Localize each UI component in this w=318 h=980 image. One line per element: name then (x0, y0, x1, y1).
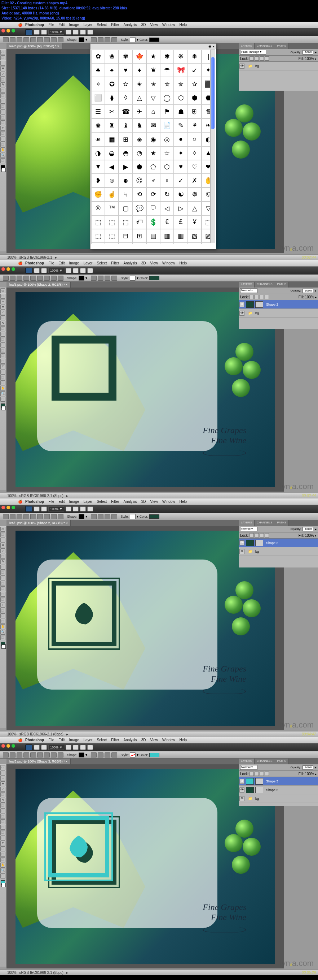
menu-photoshop[interactable]: Photoshop (25, 261, 44, 265)
tool-2[interactable]: ⊹ (0, 776, 5, 781)
zoom-level[interactable]: 100% ▼ (48, 30, 64, 35)
menu-3d[interactable]: 3D (141, 738, 146, 742)
tool-20[interactable]: ⬚ (0, 635, 5, 640)
shape-preset-70[interactable]: ✧ (188, 146, 201, 160)
lock-pixels-icon[interactable] (255, 295, 259, 299)
ps-icon[interactable] (25, 745, 32, 750)
optbar-tool-6[interactable] (44, 37, 50, 42)
background-swatch[interactable] (2, 406, 6, 410)
blend-mode-select[interactable]: Normal ▾ (240, 765, 258, 770)
document-tab[interactable]: leaf3.psd @ 100% (Shape 3, RGB/8) * × (6, 759, 71, 764)
shape-preset-45[interactable]: ♚ (91, 118, 105, 132)
shape-preset-85[interactable]: ♂ (146, 174, 160, 188)
tool-16[interactable]: ⬚ (0, 613, 5, 619)
tool-15[interactable]: ⬚ (0, 608, 5, 613)
shape-preset-99[interactable]: ® (91, 202, 105, 215)
pathop-icon[interactable] (104, 752, 110, 757)
tool-6[interactable]: ✎ (0, 321, 5, 326)
picker-scrollbar[interactable] (210, 49, 215, 243)
view-icon[interactable] (73, 506, 79, 511)
tool-0[interactable]: ▭ (0, 288, 5, 293)
shape-preset-92[interactable]: ☟ (119, 188, 132, 201)
optbar-tool-4[interactable] (30, 37, 36, 42)
shape-preset-115[interactable]: ¥ (188, 215, 201, 229)
lock-all-icon[interactable] (265, 295, 269, 299)
menu-file[interactable]: File (48, 500, 54, 504)
tool-6[interactable]: ✎ (0, 798, 5, 803)
tool-4[interactable]: ⟋ (0, 310, 5, 315)
layer-name[interactable]: bg (254, 797, 259, 800)
shape-preset-108[interactable]: ⬚ (91, 215, 105, 229)
menu-analysis[interactable]: Analysis (123, 500, 137, 504)
tool-13[interactable]: ⬚ (0, 835, 5, 840)
shape-preset-74[interactable]: ▶ (119, 160, 132, 174)
shape-preset-1[interactable]: ❀ (105, 49, 119, 63)
shape-preset-10[interactable]: ♠ (105, 63, 119, 77)
shape-preset-16[interactable]: ↙ (188, 63, 201, 77)
shape-preset-95[interactable]: ↻ (160, 188, 174, 201)
pathop-icon[interactable] (98, 752, 103, 757)
tool-19[interactable]: 🔍 (0, 153, 5, 158)
shape-preset-66[interactable]: ◔ (133, 146, 146, 160)
tool-16[interactable]: ⬚ (0, 375, 5, 380)
optbar-tool-6[interactable] (44, 752, 50, 757)
menu-select[interactable]: Select (97, 261, 107, 265)
shape-preset-12[interactable]: ♦ (133, 63, 146, 77)
panel-tab-channels[interactable]: CHANNELS (255, 759, 275, 764)
layer-row-bg[interactable]: 👁 📁 bg (239, 309, 318, 318)
shape-preset-52[interactable]: ⚘ (188, 118, 201, 132)
visibility-icon[interactable]: 👁 (239, 64, 244, 68)
shape-preset-21[interactable]: ✬ (133, 77, 146, 91)
tool-11[interactable]: ⬚ (0, 110, 5, 115)
shape-preset-30[interactable]: △ (133, 91, 146, 105)
tool-2[interactable]: ⊹ (0, 299, 5, 304)
document-tab[interactable]: leaf3.psd @ 100% (bg, RGB/8) * × (6, 43, 62, 49)
panel-tab-layers[interactable]: LAYERS (239, 759, 255, 764)
tool-15[interactable]: ⬚ (0, 369, 5, 375)
zoom-level[interactable]: 100% ▼ (48, 745, 64, 750)
panel-tab-paths[interactable]: PATHS (275, 282, 289, 288)
view-icon[interactable] (80, 506, 86, 511)
tool-13[interactable]: ⬚ (0, 359, 5, 364)
tool-16[interactable]: ⬚ (0, 137, 5, 142)
pathop-icon[interactable] (111, 275, 117, 281)
pathop-icon[interactable] (98, 275, 103, 281)
pathop-icon[interactable] (91, 37, 97, 42)
shape-preset-65[interactable]: ◓ (119, 146, 132, 160)
hand-tool-icon[interactable] (34, 506, 40, 511)
pathop-icon[interactable] (111, 514, 117, 519)
shape-preset-47[interactable]: ♝ (119, 118, 132, 132)
optbar-tool-0[interactable] (3, 37, 9, 42)
visibility-icon[interactable]: 👁 (239, 549, 244, 554)
document-tab[interactable]: leaf3.psd @ 100% (Shape 2, RGB/8) * × (6, 520, 71, 526)
menu-help[interactable]: Help (180, 738, 187, 742)
blend-mode-select[interactable]: Normal ▾ (240, 527, 258, 531)
shape-preset-43[interactable]: ⛨ (188, 105, 201, 118)
lock-position-icon[interactable] (259, 772, 264, 776)
menu-analysis[interactable]: Analysis (123, 738, 137, 742)
layer-name[interactable]: Shape 3 (265, 780, 278, 783)
layer-row-bg[interactable]: 👁 📁 bg (239, 62, 318, 70)
background-swatch[interactable] (2, 644, 6, 649)
view-icon[interactable] (73, 268, 79, 273)
shape-preset-13[interactable]: ❦ (146, 63, 160, 77)
hand-tool-icon[interactable] (34, 30, 40, 35)
tool-19[interactable]: 🔍 (0, 868, 5, 873)
tool-10[interactable]: ⬚ (0, 581, 5, 586)
optbar-tool-7[interactable] (51, 275, 57, 281)
tool-17[interactable]: ⬚ (0, 857, 5, 862)
panel-tab-channels[interactable]: CHANNELS (255, 43, 275, 49)
status-zoom[interactable]: 100% (7, 494, 17, 498)
tool-19[interactable]: 🔍 (0, 391, 5, 396)
visibility-icon[interactable]: 👁 (239, 311, 244, 316)
pathop-icon[interactable] (98, 37, 103, 42)
shape-preset-7[interactable]: ❄ (188, 49, 201, 63)
panel-tab-layers[interactable]: LAYERS (239, 43, 255, 49)
panel-tab-layers[interactable]: LAYERS (239, 520, 255, 526)
tool-10[interactable]: ⬚ (0, 104, 5, 109)
tool-5[interactable]: ⬚ (0, 77, 5, 82)
optbar-tool-7[interactable] (51, 752, 57, 757)
shape-preset-124[interactable]: ▧ (188, 229, 201, 243)
tool-18[interactable]: ✋ (0, 386, 5, 391)
tool-9[interactable]: ⬚ (0, 99, 5, 104)
